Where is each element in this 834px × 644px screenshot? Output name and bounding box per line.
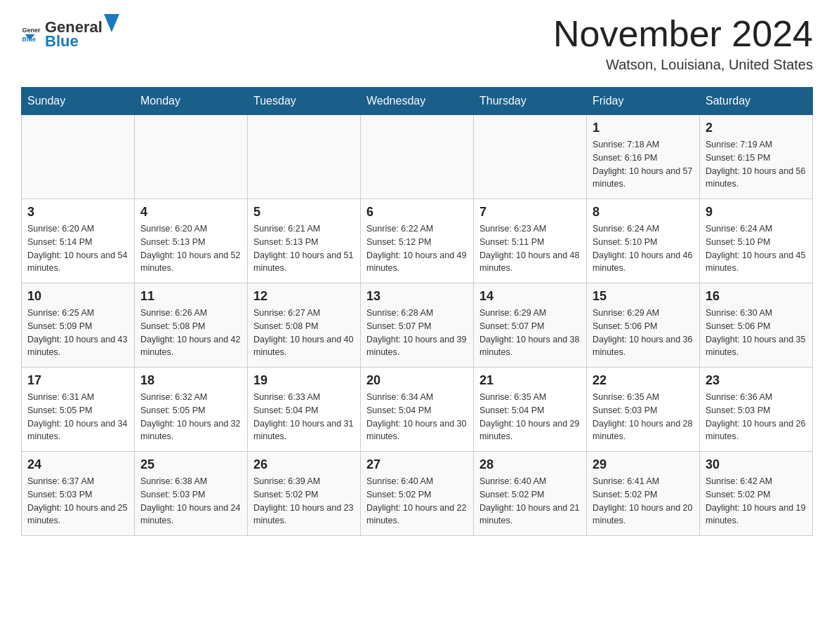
svg-text:Blue: Blue <box>22 36 36 42</box>
calendar-row: 3Sunrise: 6:20 AM Sunset: 5:14 PM Daylig… <box>22 199 813 283</box>
table-row: 14Sunrise: 6:29 AM Sunset: 5:07 PM Dayli… <box>474 283 587 368</box>
svg-text:General: General <box>22 27 41 34</box>
col-friday: Friday <box>587 88 700 115</box>
day-info: Sunrise: 6:40 AM Sunset: 5:02 PM Dayligh… <box>366 475 468 528</box>
day-number: 11 <box>140 289 241 304</box>
table-row: 16Sunrise: 6:30 AM Sunset: 5:06 PM Dayli… <box>700 283 813 368</box>
table-row: 21Sunrise: 6:35 AM Sunset: 5:04 PM Dayli… <box>474 368 587 452</box>
table-row: 12Sunrise: 6:27 AM Sunset: 5:08 PM Dayli… <box>248 283 361 368</box>
day-number: 7 <box>479 205 581 220</box>
day-info: Sunrise: 7:18 AM Sunset: 6:16 PM Dayligh… <box>593 138 694 191</box>
day-number: 3 <box>27 205 128 220</box>
day-number: 27 <box>366 457 468 472</box>
day-number: 26 <box>253 457 355 472</box>
day-info: Sunrise: 6:29 AM Sunset: 5:06 PM Dayligh… <box>593 307 694 359</box>
header-row: Sunday Monday Tuesday Wednesday Thursday… <box>22 88 813 115</box>
col-tuesday: Tuesday <box>248 88 361 115</box>
day-number: 30 <box>706 457 807 472</box>
day-info: Sunrise: 6:28 AM Sunset: 5:07 PM Dayligh… <box>366 307 468 359</box>
logo: General Blue General Blue <box>21 14 121 51</box>
calendar-row: 17Sunrise: 6:31 AM Sunset: 5:05 PM Dayli… <box>22 368 813 452</box>
day-number: 4 <box>140 205 241 220</box>
day-info: Sunrise: 6:38 AM Sunset: 5:03 PM Dayligh… <box>140 475 241 528</box>
day-info: Sunrise: 6:25 AM Sunset: 5:09 PM Dayligh… <box>27 307 128 359</box>
header: General Blue General Blue November 2024 … <box>21 14 813 73</box>
table-row: 7Sunrise: 6:23 AM Sunset: 5:11 PM Daylig… <box>474 199 587 283</box>
table-row: 3Sunrise: 6:20 AM Sunset: 5:14 PM Daylig… <box>22 199 135 283</box>
col-monday: Monday <box>135 88 248 115</box>
logo-text-blue: Blue <box>45 32 79 50</box>
day-number: 8 <box>593 205 694 220</box>
day-info: Sunrise: 6:39 AM Sunset: 5:02 PM Dayligh… <box>253 475 355 528</box>
day-number: 25 <box>140 457 241 472</box>
day-info: Sunrise: 6:20 AM Sunset: 5:13 PM Dayligh… <box>140 222 241 275</box>
table-row: 24Sunrise: 6:37 AM Sunset: 5:03 PM Dayli… <box>22 452 135 536</box>
table-row <box>135 115 248 199</box>
day-info: Sunrise: 6:36 AM Sunset: 5:03 PM Dayligh… <box>706 391 807 443</box>
table-row: 8Sunrise: 6:24 AM Sunset: 5:10 PM Daylig… <box>587 199 700 283</box>
day-number: 16 <box>706 289 807 304</box>
table-row: 4Sunrise: 6:20 AM Sunset: 5:13 PM Daylig… <box>135 199 248 283</box>
day-number: 17 <box>27 373 128 388</box>
table-row: 29Sunrise: 6:41 AM Sunset: 5:02 PM Dayli… <box>587 452 700 536</box>
table-row: 17Sunrise: 6:31 AM Sunset: 5:05 PM Dayli… <box>22 368 135 452</box>
title-section: November 2024 Watson, Louisiana, United … <box>553 14 813 73</box>
table-row: 2Sunrise: 7:19 AM Sunset: 6:15 PM Daylig… <box>700 115 813 199</box>
table-row: 11Sunrise: 6:26 AM Sunset: 5:08 PM Dayli… <box>135 283 248 368</box>
day-info: Sunrise: 6:37 AM Sunset: 5:03 PM Dayligh… <box>27 475 128 528</box>
day-number: 6 <box>366 205 468 220</box>
calendar-row: 10Sunrise: 6:25 AM Sunset: 5:09 PM Dayli… <box>22 283 813 368</box>
day-number: 12 <box>253 289 355 304</box>
logo-arrow-icon <box>104 14 119 32</box>
day-info: Sunrise: 6:24 AM Sunset: 5:10 PM Dayligh… <box>593 222 694 275</box>
day-info: Sunrise: 6:33 AM Sunset: 5:04 PM Dayligh… <box>253 391 355 443</box>
day-info: Sunrise: 6:20 AM Sunset: 5:14 PM Dayligh… <box>27 222 128 275</box>
day-info: Sunrise: 6:41 AM Sunset: 5:02 PM Dayligh… <box>593 475 694 528</box>
day-number: 21 <box>479 373 581 388</box>
day-number: 1 <box>593 121 694 135</box>
day-info: Sunrise: 7:19 AM Sunset: 6:15 PM Dayligh… <box>706 138 807 191</box>
table-row: 1Sunrise: 7:18 AM Sunset: 6:16 PM Daylig… <box>587 115 700 199</box>
table-row: 30Sunrise: 6:42 AM Sunset: 5:02 PM Dayli… <box>700 452 813 536</box>
day-info: Sunrise: 6:27 AM Sunset: 5:08 PM Dayligh… <box>253 307 355 359</box>
day-info: Sunrise: 6:34 AM Sunset: 5:04 PM Dayligh… <box>366 391 468 443</box>
table-row: 25Sunrise: 6:38 AM Sunset: 5:03 PM Dayli… <box>135 452 248 536</box>
calendar-table: Sunday Monday Tuesday Wednesday Thursday… <box>21 87 813 536</box>
day-number: 2 <box>706 121 807 135</box>
day-info: Sunrise: 6:22 AM Sunset: 5:12 PM Dayligh… <box>366 222 468 275</box>
table-row <box>361 115 474 199</box>
day-number: 22 <box>593 373 694 388</box>
table-row: 27Sunrise: 6:40 AM Sunset: 5:02 PM Dayli… <box>361 452 474 536</box>
table-row: 13Sunrise: 6:28 AM Sunset: 5:07 PM Dayli… <box>361 283 474 368</box>
col-wednesday: Wednesday <box>361 88 474 115</box>
table-row: 26Sunrise: 6:39 AM Sunset: 5:02 PM Dayli… <box>248 452 361 536</box>
col-sunday: Sunday <box>22 88 135 115</box>
day-number: 24 <box>27 457 128 472</box>
day-info: Sunrise: 6:42 AM Sunset: 5:02 PM Dayligh… <box>706 475 807 528</box>
day-number: 29 <box>593 457 694 472</box>
table-row: 15Sunrise: 6:29 AM Sunset: 5:06 PM Dayli… <box>587 283 700 368</box>
day-number: 20 <box>366 373 468 388</box>
location-title: Watson, Louisiana, United States <box>553 57 813 73</box>
day-number: 18 <box>140 373 241 388</box>
table-row: 19Sunrise: 6:33 AM Sunset: 5:04 PM Dayli… <box>248 368 361 452</box>
day-number: 5 <box>253 205 355 220</box>
table-row: 5Sunrise: 6:21 AM Sunset: 5:13 PM Daylig… <box>248 199 361 283</box>
day-number: 28 <box>479 457 581 472</box>
day-info: Sunrise: 6:40 AM Sunset: 5:02 PM Dayligh… <box>479 475 581 528</box>
day-number: 13 <box>366 289 468 304</box>
day-info: Sunrise: 6:24 AM Sunset: 5:10 PM Dayligh… <box>706 222 807 275</box>
day-info: Sunrise: 6:35 AM Sunset: 5:04 PM Dayligh… <box>479 391 581 443</box>
table-row: 22Sunrise: 6:35 AM Sunset: 5:03 PM Dayli… <box>587 368 700 452</box>
table-row <box>22 115 135 199</box>
day-info: Sunrise: 6:26 AM Sunset: 5:08 PM Dayligh… <box>140 307 241 359</box>
day-info: Sunrise: 6:23 AM Sunset: 5:11 PM Dayligh… <box>479 222 581 275</box>
table-row <box>248 115 361 199</box>
day-info: Sunrise: 6:21 AM Sunset: 5:13 PM Dayligh… <box>253 222 355 275</box>
day-number: 10 <box>27 289 128 304</box>
table-row: 20Sunrise: 6:34 AM Sunset: 5:04 PM Dayli… <box>361 368 474 452</box>
day-info: Sunrise: 6:32 AM Sunset: 5:05 PM Dayligh… <box>140 391 241 443</box>
day-info: Sunrise: 6:35 AM Sunset: 5:03 PM Dayligh… <box>593 391 694 443</box>
logo-icon: General Blue <box>21 22 41 42</box>
month-title: November 2024 <box>553 14 813 54</box>
